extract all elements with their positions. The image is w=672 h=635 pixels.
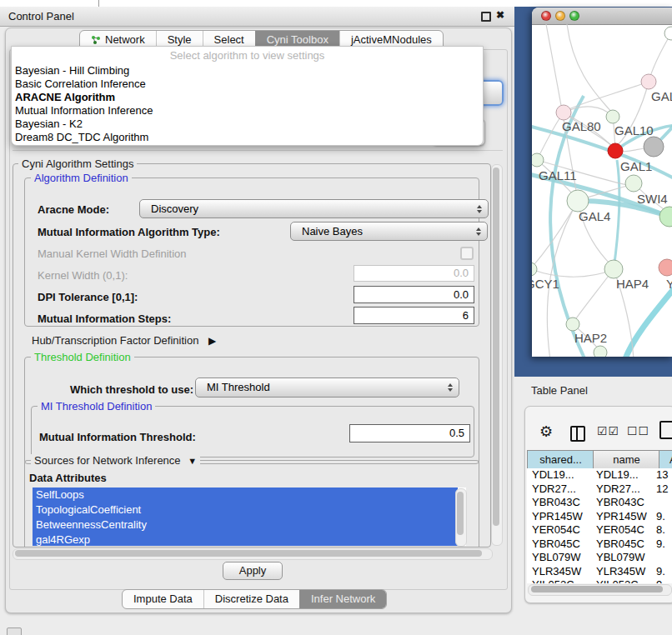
split-columns-icon[interactable] [570,426,585,442]
network-node-label: GAL10 [614,123,654,138]
network-edge[interactable] [534,269,614,277]
algorithm-option[interactable]: Dream8 DC_TDC Algorithm [12,131,483,144]
manual-kernel-checkbox[interactable] [460,247,474,260]
algorithm-definition-title: Algorithm Definition [31,172,132,184]
spinner-arrows-icon [448,383,453,392]
table-row[interactable]: YBR045CYBR045C9. [527,538,672,552]
close-icon[interactable]: ✖ [496,9,504,21]
algorithm-option[interactable]: Bayesian - Hill Climbing [12,64,483,78]
network-node-y[interactable] [659,259,672,276]
kernel-width-label: Kernel Width (0,1): [38,269,128,282]
settings-vertical-scrollbar-thumb[interactable] [493,168,499,526]
table-cell: YDR27... [596,482,640,497]
table-row[interactable]: YIL052CYIL052C9 [527,578,672,583]
table-row[interactable]: YER054CYER054C8. [527,523,672,538]
zoom-traffic-light-icon[interactable] [569,11,579,21]
table-cell: YBR043C [596,496,644,510]
settings-horizontal-scrollbar[interactable] [13,548,493,560]
network-icon [91,35,101,45]
network-node-gal80[interactable] [556,105,571,120]
close-traffic-light-icon[interactable] [541,11,551,21]
settings-horizontal-scrollbar-thumb[interactable] [15,550,482,557]
network-edge[interactable] [614,160,619,269]
table-row[interactable]: YBL079WYBL079W [527,551,672,565]
network-edge[interactable] [550,96,585,357]
table-cell: 8. [656,523,665,538]
attribute-item[interactable]: SelfLoops [33,488,458,502]
table-horizontal-scrollbar[interactable] [528,584,672,596]
apply-button[interactable]: Apply [223,562,283,580]
network-node-gal[interactable] [641,74,656,89]
network-node-swi4[interactable] [659,207,672,227]
network-node[interactable] [608,143,623,158]
collapse-down-icon: ▼ [188,456,197,466]
column-header-shared[interactable]: shared... [527,450,594,469]
algorithm-option[interactable]: ARACNE Algorithm [12,91,483,104]
network-node-gal11[interactable] [532,153,544,167]
attributes-scrollbar-thumb[interactable] [457,492,464,535]
network-node[interactable] [664,27,672,40]
algorithm-option[interactable]: Basic Correlation Inference [12,78,483,91]
table-cell: 9. [656,538,665,552]
minimize-traffic-light-icon[interactable] [555,11,565,21]
mi-steps-field[interactable]: 6 [354,307,474,324]
network-node-hap4[interactable] [604,260,623,278]
minimized-panel-icon[interactable] [7,628,22,635]
algorithm-popup: Select algorithm to view settings Bayesi… [11,46,484,146]
network-node-gal1[interactable] [625,175,642,192]
network-edge[interactable] [649,33,671,82]
expand-right-icon: ▶ [208,335,216,347]
mi-type-select[interactable]: Naive Bayes [290,222,488,241]
gear-icon[interactable]: ⚙ [539,422,553,441]
network-node[interactable] [644,137,664,157]
settings-vertical-scrollbar[interactable] [491,164,503,546]
dpi-tolerance-field[interactable]: 0.0 [354,286,474,303]
table-row[interactable]: YPR145WYPR145W9. [527,510,672,524]
attribute-item[interactable]: TopologicalCoefficient [33,502,458,518]
network-node[interactable] [594,346,607,357]
attributes-scrollbar[interactable] [455,488,467,547]
table-row[interactable]: YLR345WYLR345W9. [527,565,672,579]
column-header-A[interactable]: A [659,450,672,469]
network-node-gal10[interactable] [606,110,619,123]
sources-title[interactable]: Sources for Network Inference ▼ [31,454,200,467]
which-threshold-select[interactable]: MI Threshold [195,378,459,398]
float-window-icon[interactable] [481,12,491,22]
tab-impute-data[interactable]: Impute Data [123,590,203,608]
network-node-label: GAL1 [620,159,652,173]
kernel-width-field[interactable]: 0.0 [354,265,474,282]
network-canvas[interactable]: GALGAL80GAL10GAL1GAL11GAL4SWI4GCY1HAP4YH… [532,24,672,357]
tab-infer-network[interactable]: Infer Network [299,590,386,608]
file-icon[interactable] [659,421,672,439]
hub-definition-toggle[interactable]: Hub/Transcription Factor Definition ▶ [32,334,216,347]
table-cell: YDL19... [596,468,639,482]
mi-threshold-definition-title: MI Threshold Definition [38,400,155,412]
table-row[interactable]: YBR043CYBR043C [527,496,672,510]
table-row[interactable]: YDL19...YDL19...13 [527,468,672,482]
mi-threshold-field[interactable]: 0.5 [349,424,470,442]
data-attributes-list[interactable]: SelfLoopsTopologicalCoefficientBetweenne… [33,488,466,546]
table-row[interactable]: YDR27...YDR27...12 [527,482,672,497]
attribute-item[interactable]: gal4RGexp [33,532,458,546]
network-edge[interactable] [624,285,672,357]
mi-steps-label: Mutual Information Steps: [38,312,171,325]
table-cell: YER054C [596,523,644,538]
network-window-titlebar[interactable] [532,8,672,25]
control-panel-title: Control Panel [8,10,74,22]
node-table[interactable]: YDL19...YDL19...13YDR27...YDR27...12YBR0… [527,468,672,583]
mi-type-label: Mutual Information Algorithm Type: [38,226,220,238]
table-horizontal-scrollbar-thumb[interactable] [531,586,663,592]
attribute-item[interactable]: BetweennessCentrality [33,518,458,532]
network-edge[interactable] [567,24,611,112]
aracne-mode-select[interactable]: Discovery [139,199,489,218]
network-node-hap2[interactable] [566,318,579,331]
tab-discretize-data[interactable]: Discretize Data [203,590,299,608]
network-node-gcy1[interactable] [532,262,537,276]
algorithm-option[interactable]: Bayesian - K2 [12,118,483,131]
checked-boxes-icon[interactable]: ☑☑ [597,424,619,438]
column-header-name[interactable]: name [593,450,660,469]
table-cell: YBR045C [532,538,580,552]
algorithm-option[interactable]: Mutual Information Inference [12,104,483,118]
unchecked-boxes-icon[interactable]: ☐☐ [627,424,649,438]
table-cell: YBL079W [532,551,581,565]
